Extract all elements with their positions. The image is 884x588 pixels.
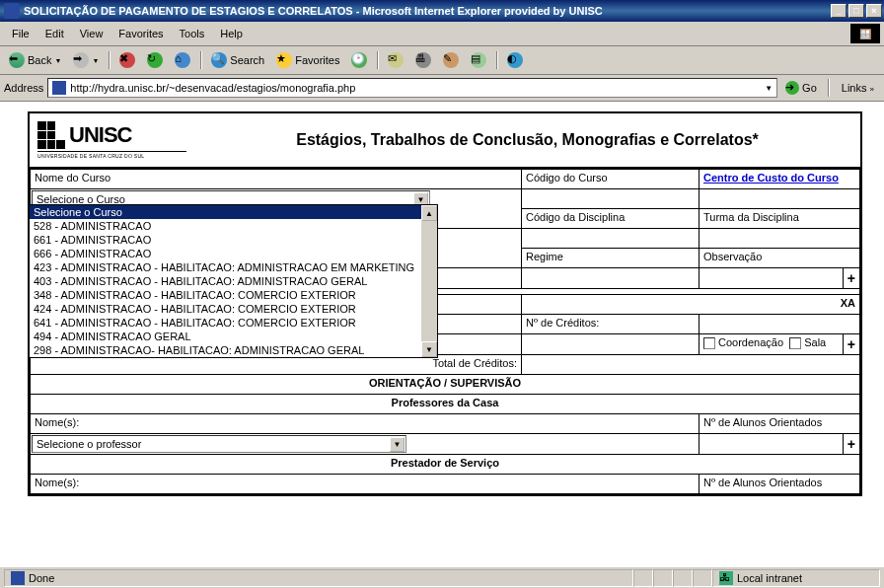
label-n-alunos-1: Nº de Alunos Orientados xyxy=(700,414,860,434)
checkbox-coordenacao[interactable] xyxy=(703,337,715,349)
label-n-creditos: Nº de Créditos: xyxy=(522,315,700,334)
scroll-up-button[interactable]: ▲ xyxy=(421,205,437,221)
curso-dropdown-list[interactable]: Selecione o Curso528 - ADMINISTRACAO661 … xyxy=(29,204,438,358)
input-observacao[interactable] xyxy=(700,268,844,289)
dropdown-arrow-icon[interactable]: ▼ xyxy=(765,84,773,93)
input-codigo-disc[interactable] xyxy=(522,229,700,249)
zone-icon: 🖧 xyxy=(719,571,733,585)
dropdown-arrow-icon[interactable]: ▼ xyxy=(390,437,405,452)
stop-icon: ✖ xyxy=(119,52,135,68)
dropdown-option[interactable]: 403 - ADMINISTRACAO - HABILITACAO: ADMIN… xyxy=(30,274,421,288)
home-button[interactable]: ⌂ xyxy=(170,49,195,71)
discuss-icon: ▤ xyxy=(471,52,486,68)
dropdown-option[interactable]: 494 - ADMINISTRACAO GERAL xyxy=(30,330,421,343)
forward-icon: ➡ xyxy=(73,52,89,68)
label-turma-disc: Turma da Disciplina xyxy=(700,209,860,229)
done-icon xyxy=(11,571,25,585)
label-n-alunos-2: Nº de Alunos Orientados xyxy=(700,475,860,494)
add-orientador-button[interactable]: + xyxy=(843,434,859,455)
edit-button[interactable]: ✎ xyxy=(438,49,464,71)
input-regime[interactable] xyxy=(522,268,700,289)
dropdown-option[interactable]: 424 - ADMINISTRACAO - HABILITACAO: COMER… xyxy=(30,302,421,316)
content-area[interactable]: UNISC UNIVERSIDADE DE SANTA CRUZ DO SUL … xyxy=(0,102,884,588)
value-total-creditos xyxy=(522,355,860,375)
checkbox-sala[interactable] xyxy=(789,337,801,349)
address-label: Address xyxy=(4,82,43,94)
subsection-prof-casa: Professores da Casa xyxy=(31,395,860,414)
label-regime: Regime xyxy=(522,249,700,268)
dropdown-option[interactable]: 641 - ADMINISTRACAO - HABILITACAO: COMER… xyxy=(30,316,421,330)
address-url: http://hydra.unisc.br/~desenvacad/estagi… xyxy=(70,82,355,94)
favorites-button[interactable]: ★ Favorites xyxy=(271,49,344,71)
input-n-alunos-1[interactable] xyxy=(700,434,844,455)
dropdown-option[interactable]: Selecione o Curso xyxy=(30,205,421,219)
menu-file[interactable]: File xyxy=(4,26,37,41)
menubar: File Edit View Favorites Tools Help 🪟 xyxy=(0,22,884,46)
messenger-button[interactable]: ◐ xyxy=(502,49,528,71)
page-title: Estágios, Trabalhos de Conclusão, Monogr… xyxy=(194,117,860,163)
home-icon: ⌂ xyxy=(175,52,190,68)
search-button[interactable]: 🔍 Search xyxy=(206,49,269,71)
dropdown-arrow-icon: ▼ xyxy=(54,57,61,64)
menu-view[interactable]: View xyxy=(72,26,111,41)
logo: UNISC UNIVERSIDADE DE SANTA CRUZ DO SUL xyxy=(30,113,194,167)
stop-button[interactable]: ✖ xyxy=(114,49,140,71)
refresh-button[interactable]: ↻ xyxy=(142,49,168,71)
input-creditos[interactable] xyxy=(522,334,700,355)
go-button[interactable]: ➜ Go xyxy=(781,79,821,97)
window-title: SOLICITAÇÃO DE PAGAMENTO DE ESTAGIOS E C… xyxy=(24,5,831,17)
input-centro-custo[interactable] xyxy=(700,189,860,209)
back-icon: ⬅ xyxy=(9,52,25,68)
toolbar: ⬅ Back ▼ ➡ ▼ ✖ ↻ ⌂ 🔍 Search ★ Favorites … xyxy=(0,46,884,75)
scroll-down-button[interactable]: ▼ xyxy=(421,341,437,357)
dropdown-option[interactable]: 298 - ADMINISTRACAO- HABILITACAO: ADMINI… xyxy=(30,343,421,357)
link-centro-custo[interactable]: Centro de Custo do Curso xyxy=(703,172,839,184)
edit-icon: ✎ xyxy=(443,52,459,68)
mail-button[interactable]: ✉ xyxy=(383,49,408,71)
print-button[interactable]: 🖶 xyxy=(410,49,436,71)
label-nomes-1: Nome(s): xyxy=(31,414,700,434)
dropdown-option[interactable]: 423 - ADMINISTRACAO - HABILITACAO: ADMIN… xyxy=(30,260,421,274)
mail-icon: ✉ xyxy=(388,52,404,68)
minimize-button[interactable]: _ xyxy=(831,4,847,18)
history-button[interactable]: 🕑 xyxy=(346,49,372,71)
close-button[interactable]: × xyxy=(866,4,882,18)
add-prof-button[interactable]: + xyxy=(843,334,859,355)
statusbar: Done 🖧 Local intranet xyxy=(0,566,884,588)
select-professor-2[interactable]: Selecione o professor ▼ xyxy=(32,435,406,453)
input-codigo-curso[interactable] xyxy=(522,189,700,209)
menu-help[interactable]: Help xyxy=(212,26,251,41)
address-input[interactable]: http://hydra.unisc.br/~desenvacad/estagi… xyxy=(47,78,777,98)
page-icon xyxy=(52,81,66,95)
forward-button[interactable]: ➡ ▼ xyxy=(68,49,104,71)
section-orientacao: ORIENTAÇÃO / SUPERVISÃO xyxy=(31,375,860,395)
history-icon: 🕑 xyxy=(351,52,367,68)
dropdown-option[interactable]: 661 - ADMINISTRACAO xyxy=(30,233,421,247)
input-turma-disc[interactable] xyxy=(700,229,860,249)
go-icon: ➜ xyxy=(785,81,799,95)
discuss-button[interactable]: ▤ xyxy=(466,49,491,71)
addressbar: Address http://hydra.unisc.br/~desenvaca… xyxy=(0,75,884,102)
dropdown-option[interactable]: 666 - ADMINISTRACAO xyxy=(30,247,421,260)
refresh-icon: ↻ xyxy=(147,52,163,68)
subsection-prestador: Prestador de Serviço xyxy=(31,455,860,475)
zone-text: Local intranet xyxy=(737,572,802,584)
add-row-button[interactable]: + xyxy=(843,268,859,289)
back-button[interactable]: ⬅ Back ▼ xyxy=(4,49,66,71)
window-titlebar: SOLICITAÇÃO DE PAGAMENTO DE ESTAGIOS E C… xyxy=(0,0,884,22)
links-button[interactable]: Links » xyxy=(836,80,880,96)
status-text: Done xyxy=(29,572,54,584)
label-nome-curso: Nome do Curso xyxy=(31,170,522,189)
menu-favorites[interactable]: Favorites xyxy=(110,26,171,41)
app-icon xyxy=(4,3,20,19)
maximize-button[interactable]: □ xyxy=(848,4,864,18)
dropdown-option[interactable]: 528 - ADMINISTRACAO xyxy=(30,219,421,233)
label-observacao: Observação xyxy=(700,249,860,268)
menu-tools[interactable]: Tools xyxy=(172,26,213,41)
menu-edit[interactable]: Edit xyxy=(37,26,72,41)
scroll-track[interactable] xyxy=(421,221,437,341)
messenger-icon: ◐ xyxy=(507,52,523,68)
label-codigo-disc: Código da Disciplina xyxy=(522,209,700,229)
dropdown-option[interactable]: 348 - ADMINISTRACAO - HABILITACAO: COMER… xyxy=(30,288,421,302)
search-icon: 🔍 xyxy=(211,52,227,68)
